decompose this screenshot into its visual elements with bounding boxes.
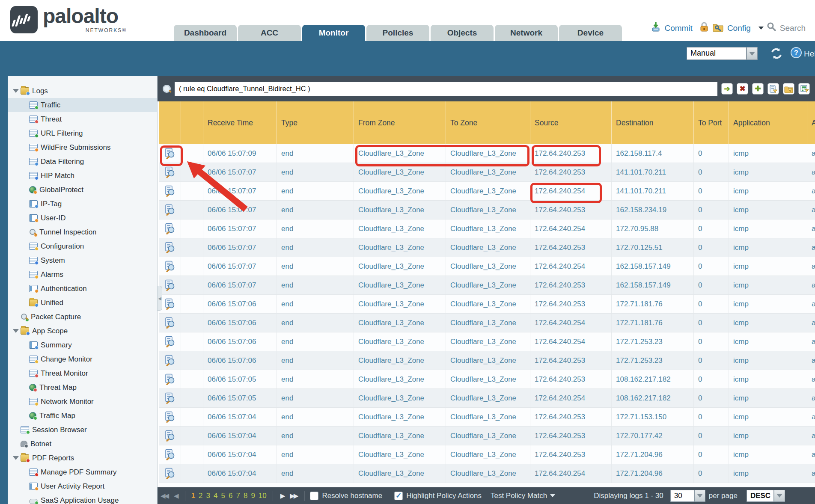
help-icon[interactable]: ? xyxy=(790,47,802,61)
cell-to-port[interactable]: 0 xyxy=(693,464,729,483)
commit-button[interactable]: Commit xyxy=(664,24,692,33)
cell-to-zone[interactable]: Cloudflare_L3_Zone xyxy=(446,238,530,257)
page-2[interactable]: 2 xyxy=(199,492,202,500)
cell-application[interactable]: icmp xyxy=(729,464,807,483)
cell-receive-time[interactable]: 06/06 15:07:07 xyxy=(203,257,277,276)
cell-to-zone[interactable]: Cloudflare_L3_Zone xyxy=(446,370,530,388)
cell-to-zone[interactable]: Cloudflare_L3_Zone xyxy=(446,257,530,276)
cell-type[interactable]: end xyxy=(277,295,354,313)
cell-to-port[interactable]: 0 xyxy=(693,182,729,200)
cell-action[interactable]: a xyxy=(807,238,815,257)
cell-destination[interactable]: 172.71.253.23 xyxy=(611,332,693,351)
export-logs-icon[interactable] xyxy=(798,83,810,95)
search-icon[interactable] xyxy=(767,22,777,34)
cell-to-port[interactable]: 0 xyxy=(693,445,729,464)
cell-application[interactable]: icmp xyxy=(729,389,807,407)
cell-from-zone[interactable]: Cloudflare_L3_Zone xyxy=(354,201,446,219)
search-button[interactable]: Search xyxy=(780,24,806,33)
tab-policies[interactable]: Policies xyxy=(366,25,429,41)
clear-filter-icon[interactable]: ✖ xyxy=(737,83,748,95)
cell-application[interactable]: icmp xyxy=(729,219,807,238)
first-page-icon[interactable]: ◀◀ xyxy=(161,492,168,500)
cell-receive-time[interactable]: 06/06 15:07:06 xyxy=(203,332,277,351)
sidebar-item-summary[interactable]: Summary xyxy=(8,338,157,352)
cell-type[interactable]: end xyxy=(277,389,354,407)
cell-to-zone[interactable]: Cloudflare_L3_Zone xyxy=(446,295,530,313)
cell-application[interactable]: icmp xyxy=(729,295,807,313)
cell-action[interactable]: a xyxy=(807,445,815,464)
cell-to-zone[interactable]: Cloudflare_L3_Zone xyxy=(446,182,530,200)
sidebar-item-data-filtering[interactable]: Data Filtering xyxy=(8,154,157,169)
load-filter-icon[interactable] xyxy=(783,83,794,95)
cell-type[interactable]: end xyxy=(277,408,354,426)
cell-action[interactable]: a xyxy=(807,144,815,163)
cell-to-port[interactable]: 0 xyxy=(693,163,729,181)
cell-application[interactable]: icmp xyxy=(729,144,807,163)
sidebar-item-unified[interactable]: Unified xyxy=(8,296,157,310)
expander-icon[interactable] xyxy=(13,456,19,460)
page-5[interactable]: 5 xyxy=(221,492,225,500)
cell-to-port[interactable]: 0 xyxy=(693,408,729,426)
col-header-to-port[interactable]: To Port xyxy=(693,101,729,144)
cell-source[interactable]: 172.64.240.253 xyxy=(530,201,611,219)
cell-from-zone[interactable]: Cloudflare_L3_Zone xyxy=(354,445,446,464)
cell-action[interactable]: a xyxy=(807,182,815,200)
cell-to-port[interactable]: 0 xyxy=(693,351,729,370)
col-header-application[interactable]: Application xyxy=(729,101,807,144)
sidebar-item-session-browser[interactable]: Session Browser xyxy=(8,423,157,437)
cell-receive-time[interactable]: 06/06 15:07:07 xyxy=(203,201,277,219)
page-4[interactable]: 4 xyxy=(214,492,217,500)
cell-from-zone[interactable]: Cloudflare_L3_Zone xyxy=(354,295,446,313)
cell-source[interactable]: 172.64.240.254 xyxy=(530,464,611,483)
cell-from-zone[interactable]: Cloudflare_L3_Zone xyxy=(354,464,446,483)
cell-application[interactable]: icmp xyxy=(729,238,807,257)
cell-action[interactable]: a xyxy=(807,295,815,313)
cell-source[interactable]: 172.64.240.254 xyxy=(530,389,611,407)
sidebar-item-configuration[interactable]: Configuration xyxy=(8,239,157,253)
cell-destination[interactable]: 172.71.181.76 xyxy=(611,314,693,332)
cell-destination[interactable]: 162.158.157.149 xyxy=(611,257,693,276)
col-header-a[interactable]: A xyxy=(807,101,815,144)
expander-icon[interactable] xyxy=(13,329,19,333)
cell-source[interactable]: 172.64.240.254 xyxy=(530,219,611,238)
cell-to-zone[interactable]: Cloudflare_L3_Zone xyxy=(446,163,530,181)
cell-source[interactable]: 172.64.240.253 xyxy=(530,351,611,370)
cell-source[interactable]: 172.64.240.254 xyxy=(530,182,611,200)
cell-application[interactable]: icmp xyxy=(729,351,807,370)
log-detail-icon[interactable] xyxy=(159,238,181,257)
sidebar-item-url-filtering[interactable]: URL Filtering xyxy=(8,126,157,140)
sidebar-item-packet-capture[interactable]: Packet Capture xyxy=(8,310,157,324)
page-1[interactable]: 1 xyxy=(191,492,195,500)
sidebar-item-globalprotect[interactable]: GlobalProtect xyxy=(8,183,157,197)
cell-to-zone[interactable]: Cloudflare_L3_Zone xyxy=(446,314,530,332)
cell-type[interactable]: end xyxy=(277,351,354,370)
cell-destination[interactable]: 162.158.117.4 xyxy=(611,144,693,163)
cell-source[interactable]: 172.64.240.253 xyxy=(530,144,611,163)
tab-objects[interactable]: Objects xyxy=(431,25,494,41)
cell-destination[interactable]: 172.70.177.42 xyxy=(611,427,693,445)
col-header-receive-time[interactable]: Receive Time xyxy=(203,101,277,144)
cell-to-port[interactable]: 0 xyxy=(693,389,729,407)
cell-from-zone[interactable]: Cloudflare_L3_Zone xyxy=(354,219,446,238)
cell-destination[interactable]: 172.71.204.96 xyxy=(611,445,693,464)
cell-receive-time[interactable]: 06/06 15:07:06 xyxy=(203,351,277,370)
log-detail-icon[interactable] xyxy=(159,163,181,181)
cell-application[interactable]: icmp xyxy=(729,445,807,464)
expander-icon[interactable] xyxy=(13,89,19,93)
cell-application[interactable]: icmp xyxy=(729,276,807,294)
cell-action[interactable]: a xyxy=(807,332,815,351)
cell-action[interactable]: a xyxy=(807,389,815,407)
col-header-destination[interactable]: Destination xyxy=(611,101,693,144)
sidebar-item-threat-map[interactable]: Threat Map xyxy=(8,380,157,394)
cell-type[interactable]: end xyxy=(277,332,354,351)
sidebar-item-user-activity-report[interactable]: User Activity Report xyxy=(8,479,157,493)
prev-page-icon[interactable]: ◀ xyxy=(174,492,178,500)
cell-receive-time[interactable]: 06/06 15:07:09 xyxy=(203,144,277,163)
sidebar-item-app-scope[interactable]: App Scope xyxy=(8,324,157,338)
cell-receive-time[interactable]: 06/06 15:07:04 xyxy=(203,427,277,445)
log-detail-icon[interactable] xyxy=(159,445,181,464)
sidebar-item-change-monitor[interactable]: Change Monitor xyxy=(8,352,157,366)
page-8[interactable]: 8 xyxy=(244,492,247,500)
log-detail-icon[interactable] xyxy=(159,201,181,219)
tab-network[interactable]: Network xyxy=(495,25,558,41)
